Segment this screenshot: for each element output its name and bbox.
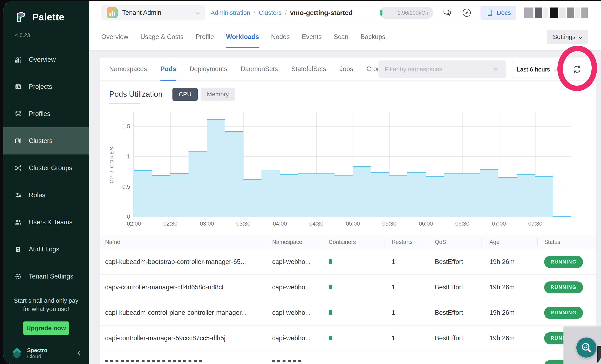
x-tick-label: 04:30 [309,221,323,227]
upgrade-promo: Start small and only pay for what you us… [3,296,89,335]
subtabs-list: NamespacesPodsDeploymentsDaemonSetsState… [109,58,394,80]
chart-bar [170,173,189,217]
metric-toggles: CPUMemory [172,88,235,101]
tab-usage-costs[interactable]: Usage & Costs [140,24,183,50]
pod-restarts: 1 [385,284,425,291]
search-smiley-icon [580,342,592,354]
users-teams-icon [14,218,22,226]
workload-subtabs: NamespacesPodsDeploymentsDaemonSetsState… [100,58,596,81]
main-area: Tenant Admin Administration/Clusters/vmo… [89,1,601,364]
status-badge: RUNNING [544,307,583,319]
table-row-partial[interactable]: RUNNING [100,351,596,364]
breadcrumb-link[interactable]: Clusters [259,9,281,16]
tabs-list: OverviewUsage & CostsProfileWorkloadsNod… [101,24,385,50]
x-tick-label: 05:00 [346,221,360,227]
x-tick-label: 02:00 [127,221,141,227]
time-range-selector[interactable]: Last 6 hours [512,61,561,78]
pod-restarts: 1 [385,334,425,342]
pod-status: RUNNING [538,256,596,268]
subtab-statefulsets[interactable]: StatefulSets [291,58,326,80]
redacted-user-info [524,8,588,18]
sidebar-item-profiles[interactable]: Profiles [3,100,89,127]
table-row[interactable]: capv-controller-manager-cff4d658d-nd8ctc… [100,274,596,300]
container-status-square [329,259,332,264]
sidebar-item-label: Roles [29,191,45,199]
chart-bar [280,174,298,217]
tab-events[interactable]: Events [302,24,321,50]
feedback-chat-icon[interactable] [441,7,453,19]
toggle-memory[interactable]: Memory [200,88,235,101]
chart-bar [243,179,261,217]
cluster-tabs: OverviewUsage & CostsProfileWorkloadsNod… [89,24,601,50]
sidebar-item-clusters[interactable]: Clusters [3,127,89,155]
chevron-down-icon [554,68,557,71]
tab-overview[interactable]: Overview [101,24,128,50]
sidebar-item-label: Users & Teams [29,218,73,226]
pod-qos: BestEffort [425,309,481,316]
table-row[interactable]: capi-kubeadm-control-plane-controller-ma… [100,300,596,325]
app-window: Palette 4.6.23 OverviewProjectsProfilesC… [3,1,601,364]
sidebar-item-projects[interactable]: Projects [3,73,89,100]
breadcrumb-link[interactable]: Administration [211,9,250,16]
breadcrumb-separator: / [254,9,255,16]
pod-age: 19h 26m [481,309,538,316]
sidebar-item-users-teams[interactable]: Users & Teams [3,209,89,236]
sidebar: Palette 4.6.23 OverviewProjectsProfilesC… [3,1,89,364]
docs-button[interactable]: Docs [481,6,516,20]
tab-nodes[interactable]: Nodes [271,24,290,50]
chart-bar [316,173,334,217]
sidebar-item-cluster-groups[interactable]: Cluster Groups [3,155,89,182]
pod-restarts: 1 [385,309,425,316]
toggle-cpu[interactable]: CPU [172,88,198,101]
subtab-deployments[interactable]: Deployments [190,58,227,80]
pod-name: capv-controller-manager-cff4d658d-nd8ct [100,284,264,291]
tab-profile[interactable]: Profile [196,24,214,50]
y-tick-label: 0 [127,214,130,220]
sidebar-item-tenant-settings[interactable]: Tenant Settings [3,263,89,290]
chart-bar [152,175,170,217]
sidebar-item-roles[interactable]: Roles [3,182,89,209]
scope-selector[interactable]: Tenant Admin [101,5,205,20]
table-row[interactable]: capi-kubeadm-bootstrap-controller-manage… [100,249,596,274]
chart-bar [553,216,571,217]
refresh-button[interactable] [572,64,583,75]
upgrade-now-button[interactable]: Upgrade now [23,322,69,335]
spectro-cloud-logo-icon [12,348,22,359]
topbar-right: 1.96/100kCh [380,6,588,20]
chart-bar [407,172,425,217]
sidebar-footer: Spectro Cloud [3,344,89,364]
sidebar-item-label: Clusters [29,137,52,145]
roles-icon [14,191,22,199]
title-underline [109,103,140,104]
subtab-namespaces[interactable]: Namespaces [109,58,147,80]
sidebar-collapse-button[interactable] [78,352,81,356]
namespace-filter-input[interactable] [379,60,506,78]
tab-workloads[interactable]: Workloads [226,24,259,50]
subtab-daemonsets[interactable]: DaemonSets [241,58,278,80]
pods-utilization-section: Pods Utilization CPUMemory CPU CORES 00.… [100,81,596,217]
y-tick-label: 0.5 [122,183,130,190]
settings-button[interactable]: Settings [547,30,588,44]
column-header-restarts: Restarts [385,238,425,246]
sidebar-item-audit-logs[interactable]: Audit Logs [3,236,89,263]
chart-bar [207,119,225,217]
subtab-pods[interactable]: Pods [160,58,176,80]
sidebar-item-label: Tenant Settings [29,273,73,280]
x-tick-label: 06:00 [419,221,433,227]
column-header-namespace: Namespace [264,238,322,246]
x-tick-label: 03:00 [200,221,214,227]
tab-scan[interactable]: Scan [334,24,349,50]
tab-backups[interactable]: Backups [361,24,385,50]
sidebar-item-overview[interactable]: Overview [3,46,89,73]
explore-compass-icon[interactable] [461,7,472,19]
status-badge: RUNNING [544,281,583,293]
usage-quota-text: 1.96/100kCh [398,10,428,16]
usage-progress-indicator [380,10,382,16]
subtab-jobs[interactable]: Jobs [340,58,353,80]
chart-bar [462,173,480,217]
breadcrumb: Administration/Clusters/vmo-getting-star… [211,9,353,17]
table-row[interactable]: capi-controller-manager-59ccc87cc5-dlh5j… [100,325,596,351]
chart-bar [261,170,280,217]
chart-bar [134,170,152,217]
help-chat-launcher[interactable] [576,337,596,357]
